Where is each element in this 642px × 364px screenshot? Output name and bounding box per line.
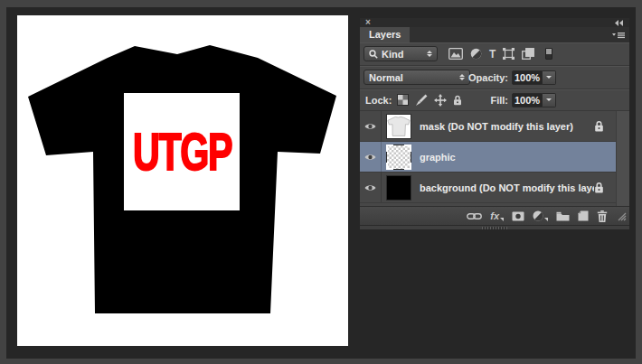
layer-thumbnail-background[interactable] [386, 175, 411, 201]
layer-name: background (Do NOT modify this layer) [420, 182, 594, 193]
layer-row-graphic[interactable]: graphic [360, 142, 616, 173]
layer-row-background[interactable]: background (Do NOT modify this layer) [360, 173, 616, 203]
blend-mode-value: Normal [369, 72, 457, 83]
filter-icon-buttons: T [448, 48, 552, 61]
layer-lock-badge [594, 120, 604, 132]
tab-layers[interactable]: Layers [360, 27, 410, 42]
visibility-toggle[interactable] [360, 173, 382, 202]
fill-group: Fill: 100% [468, 93, 556, 107]
fill-label: Fill: [468, 95, 508, 106]
delete-layer-icon[interactable] [597, 210, 608, 222]
filter-row: Kind T [360, 42, 629, 66]
eye-icon [363, 153, 377, 162]
collapse-panel-icon[interactable] [614, 20, 624, 26]
fill-value-field[interactable]: 100% [512, 93, 543, 107]
smart-object-filter-icon[interactable] [522, 48, 534, 60]
panel-tab-bar: Layers [360, 27, 629, 42]
lock-icon [594, 120, 604, 132]
layer-styles-icon[interactable]: fx [490, 211, 504, 221]
selected-thumbnail-corners [386, 145, 411, 170]
panel-bottom-edge [360, 225, 629, 229]
layer-name: mask (Do NOT modify this layer) [420, 121, 594, 132]
layer-list-scrollbar[interactable] [616, 111, 629, 206]
layer-thumbnail-mask[interactable] [386, 114, 411, 139]
lock-icon [594, 182, 604, 193]
filter-toggle[interactable] [545, 48, 552, 60]
dropdown-updown-icon [459, 74, 465, 80]
filter-kind-dropdown[interactable]: Kind [363, 46, 438, 61]
application-window: UTGP × Layers [0, 0, 642, 364]
adjustment-layer-filter-icon[interactable] [470, 48, 482, 60]
eye-icon [363, 122, 377, 131]
layer-name: graphic [420, 152, 616, 163]
link-layers-icon[interactable] [467, 212, 482, 220]
opacity-value-field[interactable]: 100% [512, 70, 543, 85]
panel-toolbar: fx [360, 206, 629, 225]
lock-label: Lock: [365, 95, 392, 106]
filter-kind-label: Kind [382, 49, 424, 60]
lock-buttons [397, 94, 462, 107]
shape-layer-filter-icon[interactable] [503, 48, 515, 60]
eye-icon [363, 183, 377, 192]
panel-resize-grip-icon[interactable] [616, 210, 627, 221]
lock-paint-icon[interactable] [415, 94, 428, 107]
search-icon [369, 50, 378, 59]
lock-transparency-icon[interactable] [397, 94, 409, 106]
layer-thumbnail-graphic[interactable] [386, 145, 411, 170]
visibility-toggle[interactable] [360, 111, 382, 141]
panel-header-bar: × [360, 18, 629, 27]
panel-drag-grip[interactable] [482, 227, 507, 229]
lock-position-icon[interactable] [434, 94, 447, 107]
add-layer-mask-icon[interactable] [512, 211, 524, 221]
document-canvas[interactable]: UTGP [17, 15, 348, 346]
visibility-toggle[interactable] [360, 142, 382, 172]
new-group-icon[interactable] [556, 211, 570, 221]
dropdown-updown-icon [427, 51, 432, 57]
fill-dropdown-button[interactable] [543, 93, 556, 107]
tab-bar-filler [410, 27, 629, 42]
opacity-label: Opacity: [468, 72, 508, 83]
close-icon[interactable]: × [365, 19, 371, 26]
new-adjustment-layer-icon[interactable] [533, 210, 548, 221]
blend-row: Normal Opacity: 100% [360, 66, 629, 89]
tshirt-artwork: UTGP [17, 15, 348, 346]
opacity-group: Opacity: 100% [468, 70, 556, 85]
pixel-layer-filter-icon[interactable] [448, 48, 463, 60]
blend-mode-dropdown[interactable]: Normal [363, 70, 470, 85]
layers-panel: × Layers [360, 18, 629, 229]
print-logo-text: UTGP [133, 122, 231, 181]
document-workspace: UTGP × Layers [6, 7, 636, 359]
new-layer-icon[interactable] [578, 210, 589, 221]
opacity-dropdown-button[interactable] [543, 70, 556, 85]
lock-row: Lock: [360, 89, 629, 111]
type-layer-filter-icon[interactable]: T [489, 48, 496, 61]
panel-menu-icon[interactable] [612, 32, 625, 39]
layer-row-mask[interactable]: mask (Do NOT modify this layer) [360, 111, 616, 142]
layer-lock-badge [594, 182, 604, 193]
layer-list: mask (Do NOT modify this layer) [360, 111, 629, 206]
lock-all-icon[interactable] [453, 95, 462, 106]
